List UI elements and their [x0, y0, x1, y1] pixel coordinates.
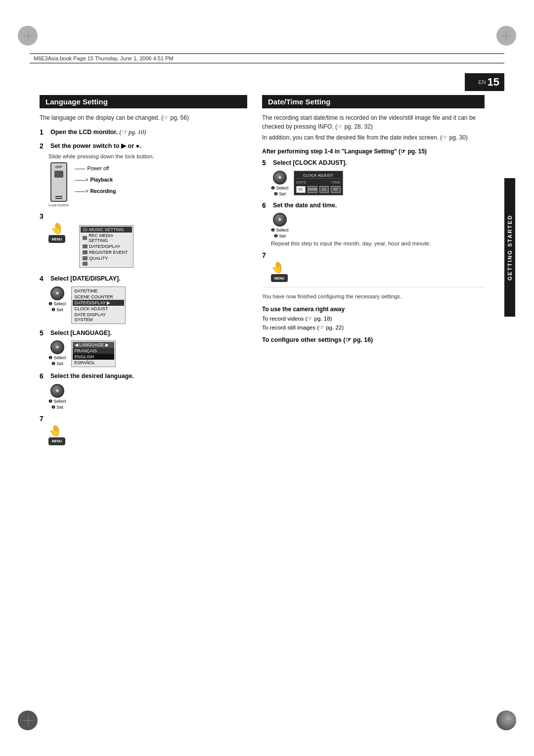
other-settings-section: To configure other settings (☞ pg. 16)	[262, 336, 485, 343]
step-7-right: 7 🤚 MENU	[262, 251, 485, 282]
date-cell-1: 01	[296, 186, 306, 193]
camera-right-away-lines: To record videos (☞ pg. 18) To record st…	[262, 314, 485, 332]
menu-item: REGISTER EVENT	[81, 249, 132, 255]
step-6-right-num: 6	[262, 201, 271, 209]
menu-item-scene: SCENE COUNTER	[73, 294, 124, 300]
step-2-num: 2	[40, 142, 48, 150]
reg-cross-br	[501, 715, 511, 725]
date-cell-4: 07	[331, 186, 340, 193]
step-1-num: 1	[40, 128, 48, 136]
language-submenu-screen: ◀ LANGUAGE ▶ FRANÇAIS ENGLISH ESPAÑOL	[71, 340, 116, 367]
reg-cross-tl	[23, 31, 33, 41]
date-cell-3: 11	[319, 186, 329, 193]
step-4-num: 4	[40, 275, 48, 283]
menu-item-datedisplay: DATE/DISPLAY ▶	[73, 300, 124, 306]
other-settings-text: To configure other settings (☞ pg. 16)	[262, 336, 373, 343]
book-info-text: M6E3Asia.book Page 15 Thursday, June 1, …	[34, 55, 174, 61]
book-info-bar: M6E3Asia.book Page 15 Thursday, June 1, …	[30, 53, 504, 63]
step-2: 2 Set the power switch to ▶ or ●. Slide …	[40, 142, 247, 208]
power-labels: —— Power off ——> Playback ——> Recording	[75, 162, 116, 197]
step-5-diagram: ⊕ ❶ Select ❷ Set ◀ LANGUAGE ▶ FRANÇAIS E…	[48, 340, 247, 367]
knob-select-4: ⊕	[50, 286, 64, 300]
content-area: Language Setting The language on the dis…	[40, 95, 485, 707]
step-5-right: 5 Select [CLOCK ADJUST]. ⊕ ❶ Select ❷ Se…	[262, 159, 485, 196]
step-4-text: Select [DATE/DISPLAY].	[50, 275, 247, 284]
step-3-num: 3	[40, 212, 48, 220]
right-column: Date/Time Setting The recording start da…	[262, 95, 485, 707]
language-setting-header: Language Setting	[40, 95, 247, 108]
power-switch-diagram: OFF Lock button —— Power off	[48, 162, 247, 207]
step-5-lang: 5 Select [LANGUAGE]. ⊕ ❶ Select ❷ Set ◀	[40, 329, 247, 368]
clock-adjust-screen: CLOCK ADJUST DATE TIME 01 2006 11 07	[294, 171, 343, 195]
step-3: 3 🤚 MENU MUSIC SETTING R	[40, 212, 247, 270]
step-7-right-num: 7	[262, 251, 271, 259]
step-4-diagram: ⊕ ❶ Select ❷ Set DATE/TIME SCENE COUNTER…	[48, 286, 247, 324]
after-performing-text: After performing step 1-4 in "Language S…	[262, 148, 485, 155]
step-6-right-diagram: ⊕ ❶ Select ❷ Set	[271, 213, 485, 238]
menu-item-datesys: DATE DISPLAY SYSTEM	[73, 312, 124, 323]
page-number: 15	[488, 76, 499, 89]
menu-item: REC MEDIA SETTING	[81, 233, 132, 243]
step-6-text: Select the desired language.	[50, 372, 247, 381]
menu-item-clockadj: CLOCK ADJUST	[73, 306, 124, 312]
reg-cross-tr	[501, 31, 511, 41]
menu-item: MUSIC SETTING	[81, 227, 132, 233]
date-time-intro: The recording start date/time is recorde…	[262, 113, 485, 142]
camera-right-away-header: To use the camera right away	[262, 306, 485, 313]
knob-select-5r: ⊕	[273, 171, 287, 185]
en-label: EN	[478, 79, 486, 85]
step-4: 4 Select [DATE/DISPLAY]. ⊕ ❶ Select ❷ Se…	[40, 275, 247, 324]
knob-select-5: ⊕	[50, 340, 64, 354]
completion-section: You have now finished configuring the ne…	[262, 292, 485, 301]
step-6-right: 6 Set the date and time. ⊕ ❶ Select ❷ Se…	[262, 201, 485, 247]
section-divider	[262, 287, 485, 287]
step-1: 1 Open the LCD monitor. (☞ pg. 10)	[40, 128, 247, 137]
menu-item: DATE/DISPLAY	[81, 243, 132, 249]
menu-item: QUALITY	[81, 255, 132, 261]
date-cell-2: 2006	[308, 186, 317, 193]
page-number-block: EN 15	[465, 73, 504, 91]
step-7-lang: 7 🤚 MENU	[40, 415, 247, 445]
date-display-screen: DATE/TIME SCENE COUNTER DATE/DISPLAY ▶ C…	[71, 286, 126, 324]
left-column: Language Setting The language on the dis…	[40, 95, 247, 707]
step-5-lang-text: Select [LANGUAGE].	[50, 329, 247, 338]
step-6-num: 6	[40, 372, 48, 380]
knob-select-6r: ⊕	[273, 213, 287, 227]
step-5-right-text: Select [CLOCK ADJUST].	[273, 159, 485, 168]
menu-screen-step3: MUSIC SETTING REC MEDIA SETTING DATE/DIS…	[79, 225, 134, 268]
step-6: 6 Select the desired language. ⊕ ❶ Selec…	[40, 372, 247, 410]
step-2-sub: Slide while pressing down the lock butto…	[48, 153, 247, 159]
date-time-header: Date/Time Setting	[262, 95, 485, 108]
knob-select-6: ⊕	[50, 384, 64, 398]
step-5-right-diagram: ⊕ ❶ Select ❷ Set CLOCK ADJUST DATE TIME	[271, 171, 485, 196]
step-5-lang-num: 5	[40, 329, 48, 337]
reg-cross-bl	[23, 715, 33, 725]
camera-right-away-section: To use the camera right away To record v…	[262, 306, 485, 332]
step-7-lang-num: 7	[40, 415, 48, 423]
getting-started-sidebar: GETTING STARTED	[504, 178, 515, 317]
menu-item	[81, 261, 132, 266]
step-6-diagram: ⊕ ❶ Select ❷ Set	[48, 384, 247, 410]
menu-item-datetime: DATE/TIME	[73, 288, 124, 294]
step-6-right-note: Repeat this step to input the month, day…	[271, 240, 485, 246]
step-5-right-num: 5	[262, 159, 271, 167]
step-6-right-text: Set the date and time.	[273, 201, 485, 210]
page-container: M6E3Asia.book Page 15 Thursday, June 1, …	[0, 0, 534, 756]
completion-text: You have now finished configuring the ne…	[262, 292, 485, 301]
step-2-text: Set the power switch to ▶ or ●.	[50, 142, 247, 151]
language-intro: The language on the display can be chang…	[40, 113, 247, 122]
step-1-text: Open the LCD monitor. (☞ pg. 10)	[50, 128, 247, 137]
clock-title: CLOCK ADJUST	[296, 173, 341, 179]
